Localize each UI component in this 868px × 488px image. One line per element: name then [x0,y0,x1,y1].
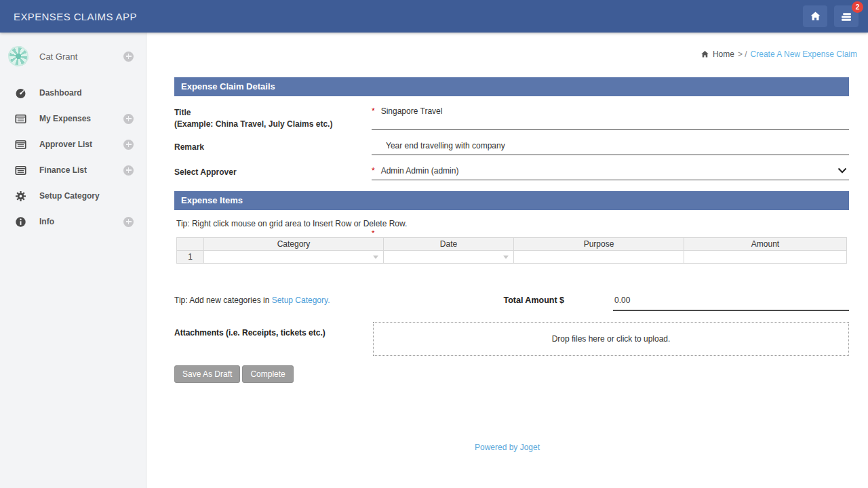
home-icon [810,11,821,22]
total-amount-value: 0.00 [613,296,849,311]
dropdown-arrow-icon [503,256,509,259]
grid-col-purpose: Purpose [514,237,684,250]
section-header-claim-details: Expense Claim Details [174,77,849,96]
inbox-button[interactable]: 2 [834,5,859,27]
breadcrumb: Home > / Create A New Expense Claim [701,49,857,59]
notification-badge: 2 [852,1,863,13]
grid-data-row: 1 [177,250,847,263]
expand-plus-icon[interactable] [123,114,134,124]
grid-tip: Tip: Right click mouse on grid area to I… [176,219,849,228]
sidebar-menu: Dashboard My Expenses Approver List Fina… [0,80,146,235]
title-label: Title (Example: China Travel, July Claim… [174,106,372,130]
user-name: Cat Grant [39,52,77,62]
breadcrumb-separator: > / [738,49,747,59]
file-dropzone[interactable]: Drop files here or click to upload. [373,322,849,356]
sidebar-item-approver-list[interactable]: Approver List [0,131,146,157]
footer: Powered by Joget [146,443,868,452]
expense-claim-form: Expense Claim Details Title (Example: Ch… [174,77,849,383]
approver-label: Select Approver [174,166,372,180]
home-button[interactable] [803,5,827,27]
list-icon [15,139,26,150]
gear-icon [15,190,26,202]
field-row-approver: Select Approver * Admin Admin (admin) [174,166,849,180]
purpose-cell[interactable] [514,250,684,263]
category-cell-dropdown[interactable] [204,250,384,263]
save-as-draft-button[interactable]: Save As Draft [174,365,240,383]
grid-corner-cell [177,237,204,250]
attachments-row: Attachments (i.e. Receipts, tickets etc.… [174,322,849,356]
main-content: Home > / Create A New Expense Claim Expe… [146,33,868,488]
chevron-down-icon [837,167,847,174]
breadcrumb-current[interactable]: Create A New Expense Claim [751,49,857,59]
grid-col-amount: Amount [684,237,847,250]
grid-header-row: Category Date Purpose Amount [177,237,847,250]
list-icon [15,113,26,125]
expand-plus-icon[interactable] [123,140,134,150]
dropzone-text: Drop files here or click to upload. [552,334,671,344]
sidebar-item-info[interactable]: Info [0,209,146,235]
field-row-title: Title (Example: China Travel, July Claim… [174,106,849,130]
field-row-remark: Remark Year end travelling with company [174,141,849,155]
form-buttons: Save As Draft Complete [174,365,849,383]
inbox-icon [840,11,852,22]
expand-plus-icon[interactable] [123,165,134,176]
complete-button[interactable]: Complete [242,365,293,383]
app-title: EXPENSES CLAIMS APP [14,11,137,22]
title-input[interactable]: * Singapore Travel [372,106,849,130]
total-row: Tip: Add new categories in Setup Categor… [174,296,849,311]
user-profile[interactable]: Cat Grant [0,33,146,72]
required-marker: * [372,229,374,237]
remark-input[interactable]: Year end travelling with company [372,141,849,155]
category-tip: Tip: Add new categories in Setup Categor… [174,296,503,311]
info-icon [15,216,26,228]
sidebar-item-setup-category[interactable]: Setup Category [0,183,146,209]
sidebar: Cat Grant Dashboard My Expenses Approver… [0,33,146,488]
expand-plus-icon[interactable] [123,217,134,227]
dropdown-arrow-icon [373,256,378,259]
sidebar-item-dashboard[interactable]: Dashboard [0,80,146,106]
row-number-cell: 1 [177,250,204,263]
grid-col-category: Category [204,237,384,250]
total-amount-label: Total Amount $ [503,296,564,311]
home-icon [701,50,709,58]
amount-cell[interactable] [684,250,847,263]
remark-value: Year end travelling with company [386,141,505,150]
list-icon [15,165,26,176]
expense-items-grid: * Category Date Purpose Amount [176,237,846,264]
date-cell-dropdown[interactable] [384,250,514,263]
required-marker: * [372,106,375,116]
dashboard-icon [15,87,26,99]
expand-plus-icon[interactable] [123,52,134,62]
approver-value: Admin Admin (admin) [381,166,459,176]
breadcrumb-home[interactable]: Home [713,49,734,59]
section-header-expense-items: Expense Items [174,191,849,210]
approver-select[interactable]: * Admin Admin (admin) [372,166,849,180]
attachments-label: Attachments (i.e. Receipts, tickets etc.… [174,322,373,338]
remark-label: Remark [174,141,372,155]
topbar-actions: 2 [796,5,859,27]
top-bar: EXPENSES CLAIMS APP 2 [0,0,868,33]
grid-col-date: Date [384,237,514,250]
sidebar-item-my-expenses[interactable]: My Expenses [0,106,146,131]
required-marker: * [372,166,375,176]
user-avatar [8,46,28,66]
title-value: Singapore Travel [381,106,443,116]
powered-by-joget-link[interactable]: Powered by Joget [475,443,540,452]
setup-category-link[interactable]: Setup Category. [272,296,330,305]
sidebar-item-finance-list[interactable]: Finance List [0,157,146,183]
